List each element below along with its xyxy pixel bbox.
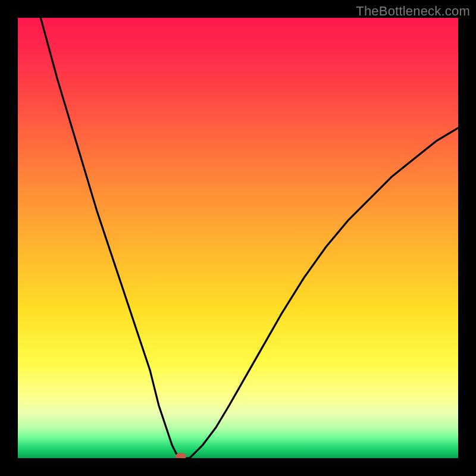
svg-point-0 xyxy=(176,453,186,458)
watermark-text: TheBottleneck.com xyxy=(356,4,470,19)
chart-frame: TheBottleneck.com xyxy=(0,0,476,476)
plot-area xyxy=(18,18,458,458)
optimal-marker xyxy=(18,18,458,458)
